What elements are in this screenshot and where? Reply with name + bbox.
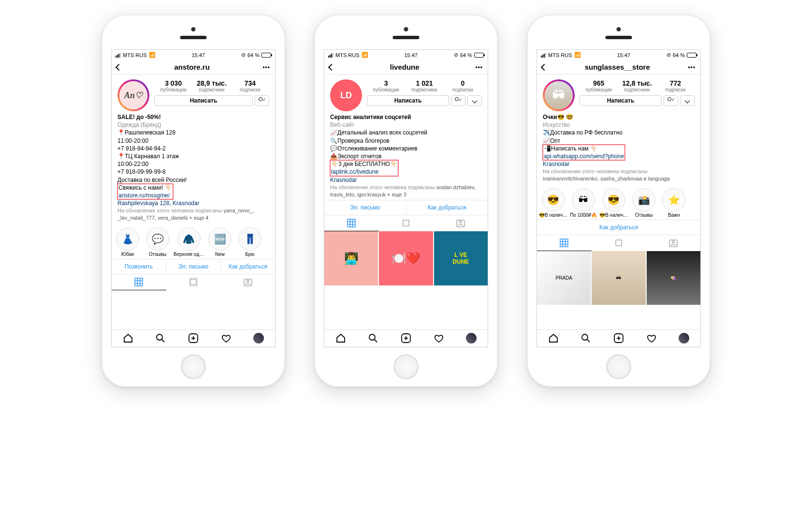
phone-mockup-3: MTS RUS📶 15:47 ⊘64 % sunglasses__store •… <box>527 15 710 387</box>
highlight-label: Верхняя од… <box>174 252 204 257</box>
email-button[interactable]: Эл. письмо <box>166 259 221 274</box>
stat-followers[interactable]: 12,8 тыс.подписчики <box>618 79 656 92</box>
highlight-item[interactable]: 📸Отзывы <box>630 188 658 218</box>
new-post-icon[interactable] <box>188 333 199 345</box>
highlight-item[interactable]: 😎😎В налич… <box>539 188 567 218</box>
home-icon[interactable] <box>123 333 133 345</box>
home-icon[interactable] <box>335 333 346 345</box>
call-button[interactable]: Позвонить <box>112 259 166 274</box>
stat-followers[interactable]: 1 021подписчики <box>405 79 443 92</box>
follow-status-button[interactable] <box>451 95 465 106</box>
directions-button[interactable]: Как добраться <box>537 220 700 235</box>
tagged-tab[interactable] <box>220 274 275 290</box>
profile-username: sunglasses__store <box>585 63 650 71</box>
highlight-item[interactable]: 👗Юбки <box>114 227 142 257</box>
new-post-icon[interactable] <box>613 333 624 345</box>
avatar[interactable]: 🕶 <box>543 79 575 111</box>
suggestions-button[interactable] <box>467 95 482 106</box>
more-icon[interactable]: ••• <box>262 64 270 71</box>
profile-nav-icon[interactable] <box>466 333 477 344</box>
bio-link[interactable]: api.whatsapp.com/send?phone <box>544 152 624 160</box>
highlight-label: 😎В налич… <box>539 212 567 218</box>
chevron-down-icon <box>684 98 690 103</box>
post-thumbnail[interactable]: 🕶 <box>592 251 645 305</box>
stat-following[interactable]: 0подписки <box>444 79 482 92</box>
highlight-item[interactable]: 😎😎В налич… <box>599 188 628 218</box>
followed-by-names[interactable]: ivanivanovitchivanenko, sasha_zharkоvaa … <box>543 176 670 181</box>
tagged-tab[interactable] <box>646 235 700 251</box>
highlight-item[interactable]: 🧥Верхняя од… <box>174 227 204 257</box>
avatar[interactable]: LD <box>330 79 362 111</box>
highlight-icon: 📸 <box>632 188 655 211</box>
feed-tab[interactable] <box>379 215 434 231</box>
profile-nav-icon[interactable] <box>253 333 264 344</box>
feed-tab[interactable] <box>592 235 646 251</box>
post-thumbnail[interactable]: 🍽️❤️ <box>379 231 433 285</box>
highlight-item[interactable]: 🕶По 1000₽🔥 <box>569 188 597 218</box>
follow-status-button[interactable] <box>664 95 678 106</box>
back-icon[interactable] <box>328 63 335 70</box>
grid-tab[interactable] <box>537 235 592 251</box>
home-button[interactable] <box>181 354 206 379</box>
directions-button[interactable]: Как добраться <box>221 259 275 274</box>
bio-line: +7 918-09-99-99-8 <box>117 168 269 176</box>
avatar[interactable]: An♡ <box>117 79 149 111</box>
post-thumbnail[interactable]: 👒 <box>647 251 700 305</box>
activity-icon[interactable] <box>434 333 444 345</box>
bio-location[interactable]: Rashpilevskaya 128, Krasnodar <box>117 199 269 207</box>
more-icon[interactable]: ••• <box>688 64 696 71</box>
post-thumbnail[interactable]: PRADA <box>537 251 591 305</box>
follow-status-button[interactable] <box>255 95 269 106</box>
bio-category: Веб-сайт <box>330 121 482 129</box>
stat-followers-lbl: подписчики <box>618 87 656 92</box>
bio-link[interactable]: taplink.cc/livedune <box>331 168 397 176</box>
back-icon[interactable] <box>541 63 548 70</box>
home-button[interactable] <box>606 354 631 379</box>
highlight-item[interactable]: ⭐Важн <box>660 188 688 218</box>
svg-point-22 <box>369 334 375 340</box>
home-icon[interactable] <box>548 333 559 345</box>
directions-button[interactable]: Как добраться <box>406 200 488 215</box>
tagged-tab[interactable] <box>433 215 488 231</box>
highlight-item[interactable]: 💬Отзывы <box>144 227 172 257</box>
bio-link[interactable]: anstore.ru/mssgme/ <box>118 192 172 199</box>
new-post-icon[interactable] <box>401 333 411 345</box>
svg-rect-27 <box>560 239 568 247</box>
highlight-item[interactable]: 👖Брю <box>236 227 264 257</box>
bottom-nav <box>112 329 275 347</box>
screen: MTS RUS📶 15:47 ⊘64 % sunglasses__store •… <box>536 49 701 347</box>
activity-icon[interactable] <box>221 333 232 345</box>
stats-row: 3публикации 1 021подписчики 0подписки <box>367 79 482 92</box>
stat-following[interactable]: 734подписки <box>231 79 269 92</box>
stat-following-lbl: подписки <box>656 87 695 92</box>
suggestions-button[interactable] <box>680 95 695 106</box>
stat-following[interactable]: 772подписки <box>656 79 695 92</box>
stat-followers[interactable]: 28,9 тыс.подписчики <box>192 79 231 92</box>
orientation-lock-icon: ⊘ <box>454 52 458 58</box>
action-row: Как добраться <box>537 220 700 235</box>
highlights-row: 😎😎В налич… 🕶По 1000₽🔥 😎😎В налич… 📸Отзывы… <box>537 184 700 220</box>
stat-following-num: 0 <box>444 79 482 87</box>
bottom-nav <box>324 329 488 347</box>
more-icon[interactable]: ••• <box>475 64 483 71</box>
grid-tab[interactable] <box>324 215 379 231</box>
search-icon[interactable] <box>368 333 378 345</box>
message-button[interactable]: Написать <box>580 95 662 106</box>
bio-location[interactable]: Krasnodar <box>543 160 695 168</box>
home-button[interactable] <box>393 354 419 379</box>
email-button[interactable]: Эл. письмо <box>324 200 406 215</box>
post-thumbnail[interactable]: 👨‍💻 <box>324 231 378 285</box>
feed-tab[interactable] <box>166 274 221 290</box>
highlight-item[interactable]: 🆕New <box>206 227 234 257</box>
message-button[interactable]: Написать <box>154 95 253 106</box>
search-icon[interactable] <box>155 333 166 345</box>
clock-label: 15:47 <box>404 52 418 58</box>
profile-nav-icon[interactable] <box>679 333 689 344</box>
back-icon[interactable] <box>116 63 122 70</box>
grid-tab[interactable] <box>112 274 166 290</box>
post-thumbnail[interactable]: L VE DUNE <box>434 231 488 285</box>
search-icon[interactable] <box>580 333 591 345</box>
message-button[interactable]: Написать <box>367 95 449 106</box>
bio-location[interactable]: Krasnodar <box>330 176 482 184</box>
activity-icon[interactable] <box>646 333 657 345</box>
